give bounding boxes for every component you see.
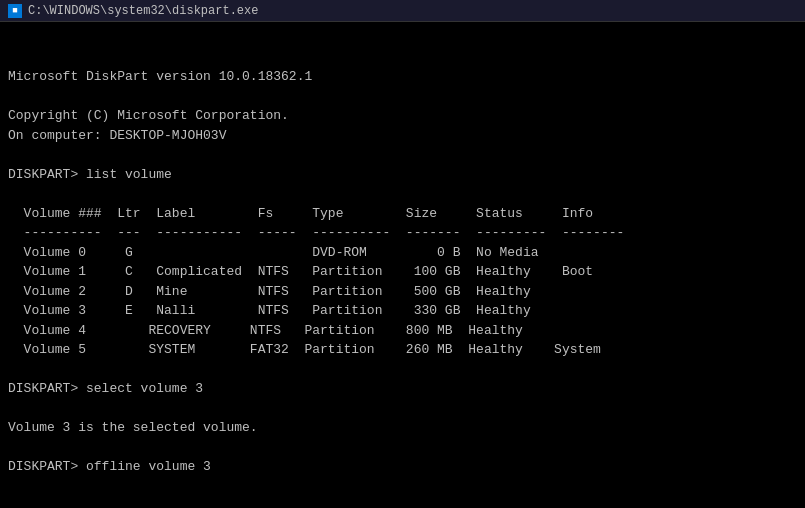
app-icon: ■ <box>8 4 22 18</box>
terminal-line: On computer: DESKTOP-MJOH03V <box>8 126 797 146</box>
terminal-line: Volume 5 SYSTEM FAT32 Partition 260 MB H… <box>8 340 797 360</box>
terminal-line: Microsoft DiskPart version 10.0.18362.1 <box>8 67 797 87</box>
terminal-line: DISKPART> select volume 3 <box>8 379 797 399</box>
terminal-line: Volume 2 D Mine NTFS Partition 500 GB He… <box>8 282 797 302</box>
title-bar: ■ C:\WINDOWS\system32\diskpart.exe <box>0 0 805 22</box>
terminal-line: DISKPART> list volume <box>8 165 797 185</box>
terminal-line <box>8 145 797 165</box>
title-bar-text: C:\WINDOWS\system32\diskpart.exe <box>28 4 258 18</box>
terminal-line: Volume ### Ltr Label Fs Type Size Status… <box>8 204 797 224</box>
terminal-line <box>8 399 797 419</box>
terminal-line <box>8 360 797 380</box>
terminal-line <box>8 438 797 458</box>
terminal-line: ---------- --- ----------- ----- -------… <box>8 223 797 243</box>
terminal-line: DISKPART> offline volume 3 <box>8 457 797 477</box>
terminal-line <box>8 48 797 68</box>
terminal-line: Volume 1 C Complicated NTFS Partition 10… <box>8 262 797 282</box>
terminal-output: Microsoft DiskPart version 10.0.18362.1C… <box>0 22 805 502</box>
terminal-line: Volume 3 E Nalli NTFS Partition 330 GB H… <box>8 301 797 321</box>
terminal-line: Volume 3 is the selected volume. <box>8 418 797 438</box>
terminal-line <box>8 477 797 497</box>
terminal-line: Volume 0 G DVD-ROM 0 B No Media <box>8 243 797 263</box>
terminal-line: Copyright (C) Microsoft Corporation. <box>8 106 797 126</box>
terminal-line <box>8 87 797 107</box>
terminal-line: Volume 4 RECOVERY NTFS Partition 800 MB … <box>8 321 797 341</box>
terminal-line <box>8 184 797 204</box>
